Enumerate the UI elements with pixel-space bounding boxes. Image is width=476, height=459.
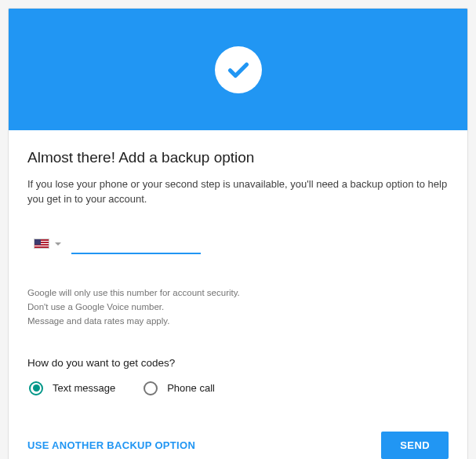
use-another-backup-button[interactable]: USE ANOTHER BACKUP OPTION: [27, 433, 195, 457]
actions-row: USE ANOTHER BACKUP OPTION SEND: [27, 432, 449, 459]
disclaimer-block: Google will only use this number for acc…: [27, 286, 449, 329]
checkmark-icon: [215, 46, 262, 93]
phone-number-input[interactable]: [71, 234, 201, 254]
send-button[interactable]: SEND: [381, 432, 449, 459]
description-text: If you lose your phone or your second st…: [27, 177, 449, 207]
codes-question: How do you want to get codes?: [27, 357, 449, 369]
radio-label: Phone call: [167, 382, 215, 394]
content-area: Almost there! Add a backup option If you…: [9, 130, 467, 459]
radio-group: Text message Phone call: [27, 381, 449, 395]
radio-icon: [29, 381, 43, 395]
banner: [9, 9, 467, 130]
radio-phone-call[interactable]: Phone call: [144, 381, 215, 395]
radio-icon: [144, 381, 158, 395]
page-title: Almost there! Add a backup option: [27, 149, 449, 166]
disclaimer-line: Don't use a Google Voice number.: [27, 300, 449, 314]
disclaimer-line: Message and data rates may apply.: [27, 314, 449, 328]
phone-input-row: [27, 234, 449, 254]
chevron-down-icon: [54, 237, 62, 251]
radio-label: Text message: [53, 382, 115, 394]
disclaimer-line: Google will only use this number for acc…: [27, 286, 449, 300]
country-selector[interactable]: [34, 237, 62, 251]
backup-option-card: Almost there! Add a backup option If you…: [8, 8, 468, 459]
radio-text-message[interactable]: Text message: [29, 381, 115, 395]
us-flag-icon: [34, 239, 49, 249]
